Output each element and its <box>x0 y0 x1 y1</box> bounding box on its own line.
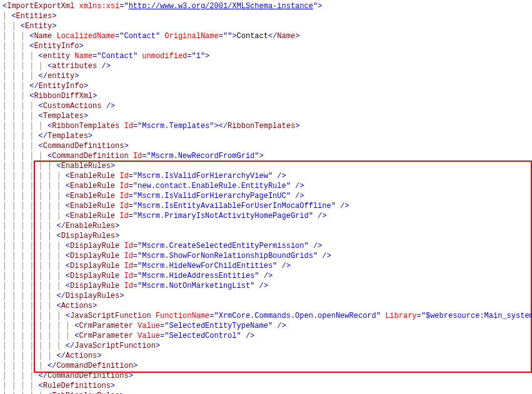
code-line: │ │ │ │ │ │ </Actions> <box>1 351 532 361</box>
code-line: │ │ │ │ </entity> <box>1 71 532 81</box>
code-line: │ <Entities> <box>1 11 532 21</box>
code-line: │ │ │ │ │ │ </EnableRules> <box>1 221 532 231</box>
code-line: │ │ │ │ │ │ │ </JavaScriptFunction> <box>1 341 532 351</box>
code-line: │ │ │ │ │ <attributes /> <box>1 61 532 71</box>
code-line: │ │ │ │ │ │ │ <EnableRule Id="new.contac… <box>1 181 532 191</box>
code-line: │ │ │ │ │ │ │ <EnableRule Id="Mscrm.Prim… <box>1 211 532 221</box>
code-line: │ │ │ │ │ │ <EnableRules> <box>1 161 532 171</box>
code-line: │ │ │ │ │ │ │ <JavaScriptFunction Functi… <box>1 311 532 321</box>
code-line: │ │ │ │ │ │ │ <DisplayRule Id="Mscrm.Sho… <box>1 251 532 261</box>
code-line: │ │ │ │ <entity Name="Contact" unmodifie… <box>1 51 532 61</box>
code-line: │ │ │ │ │ │ </DisplayRules> <box>1 291 532 301</box>
code-line: │ │ │ │ │ <RibbonTemplates Id="Mscrm.Tem… <box>1 121 532 131</box>
code-line: │ │ │ │ │ │ │ <DisplayRule Id="Mscrm.Cre… <box>1 241 532 251</box>
code-line: │ │ <Entity> <box>1 21 532 31</box>
code-line: │ │ │ <RibbonDiffXml> <box>1 91 532 101</box>
code-line: │ │ │ │ │ │ │ <EnableRule Id="Mscrm.IsVa… <box>1 171 532 181</box>
code-line: │ │ │ │ │ │ <Actions> <box>1 301 532 311</box>
code-line: │ │ │ │ │ <TabDisplayRules> <box>1 391 532 394</box>
code-line: <ImportExportXml xmlns:xsi="http://www.w… <box>1 1 532 11</box>
code-line: │ │ │ │ │ <CommandDefinition Id="Mscrm.N… <box>1 151 532 161</box>
code-line: │ │ │ │ │ │ │ <DisplayRule Id="Mscrm.Not… <box>1 281 532 291</box>
code-line: │ │ │ │ <Templates> <box>1 111 532 121</box>
xmlns-url: http://www.w3.org/2001/XMLSchema-instanc… <box>129 2 313 11</box>
code-line: │ │ │ </EntityInfo> <box>1 81 532 91</box>
code-line: │ │ │ │ </Templates> <box>1 131 532 141</box>
code-line: │ │ │ │ │ │ <DisplayRules> <box>1 231 532 241</box>
code-line: │ │ │ │ <RuleDefinitions> <box>1 381 532 391</box>
code-line: │ │ │ │ │ │ │ <EnableRule Id="Mscrm.IsEn… <box>1 201 532 211</box>
code-line: │ │ │ │ │ </CommandDefinition> <box>1 361 532 371</box>
code-line: │ │ │ │ │ │ │ <DisplayRule Id="Mscrm.Hid… <box>1 261 532 271</box>
code-line: │ │ │ │ </CommandDefinitions> <box>1 371 532 381</box>
code-line: │ │ │ │ │ │ │ │ <CrmParameter Value="Sel… <box>1 331 532 341</box>
code-line: │ │ │ │ <CommandDefinitions> <box>1 141 532 151</box>
code-line: │ │ │ <Name LocalizedName="Contact" Orig… <box>1 31 532 41</box>
code-line: │ │ │ │ │ │ │ <DisplayRule Id="Mscrm.Hid… <box>1 271 532 281</box>
code-line: │ │ │ │ │ │ │ │ <CrmParameter Value="Sel… <box>1 321 532 331</box>
code-line: │ │ │ │ │ │ │ <EnableRule Id="Mscrm.IsVa… <box>1 191 532 201</box>
code-line: │ │ │ │ <CustomActions /> <box>1 101 532 111</box>
code-line: │ │ │ <EntityInfo> <box>1 41 532 51</box>
